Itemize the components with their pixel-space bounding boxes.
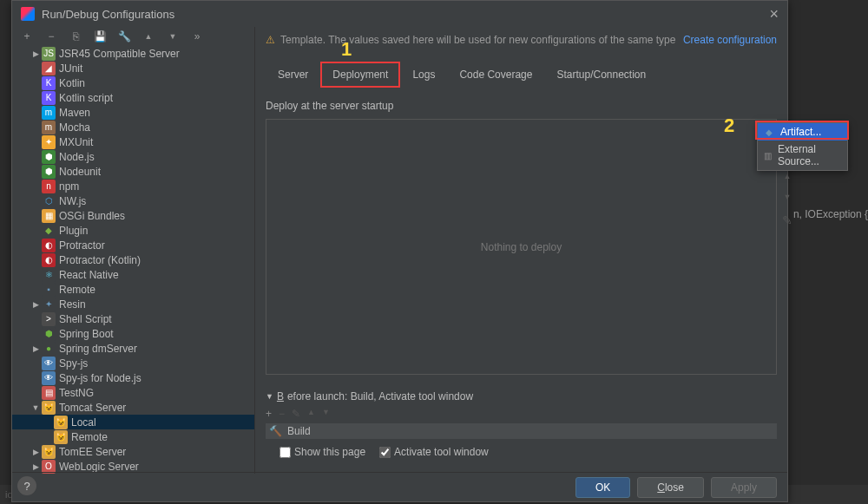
tree-item-resin[interactable]: ▶✦Resin — [12, 297, 254, 311]
tree-item-label: Protractor (Kotlin) — [59, 254, 141, 266]
deploy-list[interactable]: Nothing to deploy + − ▲ ▼ ✎ — [266, 119, 777, 375]
tree-item-node-js[interactable]: ⬢Node.js — [12, 149, 254, 164]
config-type-icon: 👁 — [42, 357, 56, 370]
before-launch-header[interactable]: ▼ Before launch: Build, Activate tool wi… — [266, 390, 777, 403]
dialog-title: Run/Debug Configurations — [42, 8, 769, 21]
config-type-icon: ⬢ — [42, 327, 56, 341]
tree-item-label: npm — [59, 180, 79, 193]
tree-item-label: Nodeunit — [59, 166, 101, 178]
run-debug-configurations-dialog: Run/Debug Configurations × + − ⎘ 💾 🔧 ▲ ▼… — [11, 0, 788, 502]
add-config-button[interactable]: + — [19, 30, 35, 43]
close-icon[interactable]: × — [769, 5, 779, 23]
tree-item-jsr45-compatible-server[interactable]: ▶JSJSR45 Compatible Server — [12, 46, 254, 61]
tree-item-nodeunit[interactable]: ⬢Nodeunit — [12, 164, 254, 179]
tab-code-coverage[interactable]: Code Coverage — [447, 62, 544, 88]
tree-item-protractor-kotlin-[interactable]: ◐Protractor (Kotlin) — [12, 252, 254, 267]
edit-defaults-button[interactable]: 🔧 — [116, 30, 132, 43]
intellij-icon — [21, 7, 35, 21]
tree-item-kotlin-script[interactable]: KKotlin script — [12, 90, 254, 105]
tree-item-mocha[interactable]: mMocha — [12, 120, 254, 134]
tab-logs[interactable]: Logs — [400, 62, 447, 88]
config-type-icon: ⬢ — [42, 150, 56, 164]
tree-item-label: NW.js — [59, 195, 86, 207]
tree-item-spy-js[interactable]: 👁Spy-js — [12, 356, 254, 370]
config-type-icon: 😺 — [54, 430, 68, 444]
tree-item-osgi-bundles[interactable]: ▦OSGi Bundles — [12, 208, 254, 223]
tab-deployment[interactable]: Deployment — [320, 62, 400, 88]
tree-item-testng[interactable]: ▤TestNG — [12, 385, 254, 400]
tree-item-remote[interactable]: 😺Remote — [12, 429, 254, 444]
remove-task-button: − — [279, 408, 285, 420]
config-type-icon: ● — [42, 342, 56, 356]
tree-item-nw-js[interactable]: ⬡NW.js — [12, 193, 254, 208]
tree-item-spring-dmserver[interactable]: ▶●Spring dmServer — [12, 341, 254, 356]
tree-item-label: React Native — [59, 269, 119, 281]
tree-item-label: Tomcat Server — [59, 402, 126, 414]
add-task-button[interactable]: + — [266, 408, 272, 420]
main-panel: ⚠ Template. The values saved here will b… — [255, 27, 787, 474]
tree-item-spring-boot[interactable]: ⬢Spring Boot — [12, 326, 254, 341]
tab-startup-connection[interactable]: Startup/Connection — [544, 62, 658, 88]
show-this-page-checkbox[interactable]: Show this page — [279, 446, 365, 458]
help-button[interactable]: ? — [17, 476, 36, 495]
copy-config-button[interactable]: ⎘ — [68, 30, 83, 43]
activate-tool-window-checkbox[interactable]: Activate tool window — [379, 446, 489, 458]
config-type-icon: ◆ — [42, 224, 56, 238]
tree-item-label: WebLogic Server — [59, 461, 139, 473]
config-type-icon: m — [42, 106, 56, 120]
move-task-down: ▼ — [322, 408, 330, 420]
tree-item-kotlin[interactable]: KKotlin — [12, 75, 254, 90]
artifact-icon: ◆ — [763, 126, 775, 138]
tree-item-tomee-server[interactable]: ▶😺TomEE Server — [12, 444, 254, 459]
tree-item-npm[interactable]: nnpm — [12, 179, 254, 193]
move-up-button[interactable]: ▲ — [141, 32, 156, 41]
config-type-icon: ◐ — [42, 253, 56, 267]
config-type-icon: 😺 — [54, 416, 68, 429]
tree-item-react-native[interactable]: ⚛React Native — [12, 267, 254, 282]
move-down-deployment: ▼ — [779, 193, 795, 201]
tree-item-plugin[interactable]: ◆Plugin — [12, 223, 254, 238]
build-task-item[interactable]: 🔨 Build — [266, 423, 777, 439]
tree-item-label: JUnit — [59, 62, 82, 75]
expand-button[interactable]: » — [189, 30, 205, 43]
tree-item-protractor[interactable]: ◐Protractor — [12, 238, 254, 252]
tree-item-label: Spy-js — [59, 357, 88, 370]
tree-item-label: Kotlin script — [59, 92, 113, 104]
deploy-label: Deploy at the server startup — [266, 100, 777, 112]
before-launch-label: efore launch: Build, Activate tool windo… — [287, 390, 473, 403]
save-config-button[interactable]: 💾 — [92, 30, 108, 43]
cancel-button[interactable]: Close — [637, 477, 704, 498]
move-down-button[interactable]: ▼ — [165, 32, 181, 41]
edit-task-button: ✎ — [292, 408, 300, 420]
tree-item-label: Kotlin — [59, 77, 85, 89]
config-type-icon: ◢ — [42, 62, 56, 75]
tree-item-junit[interactable]: ◢JUnit — [12, 61, 254, 75]
config-type-icon: K — [42, 76, 56, 90]
tree-item-label: Plugin — [59, 225, 88, 237]
add-deployment-popup: ◆ Artifact... ▥ External Source... — [757, 122, 848, 171]
dialog-footer: OK Close Apply — [12, 472, 787, 501]
tree-item-mxunit[interactable]: ✦MXUnit — [12, 134, 254, 149]
tree-item-label: Spring Boot — [59, 328, 114, 340]
tab-server[interactable]: Server — [266, 62, 320, 88]
tree-item-tomcat-server[interactable]: ▼😺Tomcat Server — [12, 400, 254, 415]
remove-config-button[interactable]: − — [43, 30, 59, 43]
tree-item-label: Remote — [59, 284, 95, 296]
tree-item-remote[interactable]: ▪Remote — [12, 282, 254, 297]
tree-item-shell-script[interactable]: >Shell Script — [12, 311, 254, 326]
config-type-icon: ⬡ — [42, 194, 56, 208]
external-source-menu-item[interactable]: ▥ External Source... — [758, 141, 847, 170]
before-launch-tools: + − ✎ ▲ ▼ — [266, 408, 777, 420]
tree-item-spy-js-for-node-js[interactable]: 👁Spy-js for Node.js — [12, 370, 254, 385]
tree-item-label: Mocha — [59, 121, 90, 134]
tree-item-local[interactable]: 😺Local — [12, 415, 254, 429]
tree-item-label: OSGi Bundles — [59, 210, 125, 222]
expand-arrow-icon: ▶ — [30, 344, 42, 353]
tree-item-maven[interactable]: mMaven — [12, 105, 254, 120]
config-type-icon: ▤ — [42, 386, 56, 400]
nothing-to-deploy-text: Nothing to deploy — [481, 241, 562, 253]
ok-button[interactable]: OK — [575, 477, 630, 498]
artifact-menu-item[interactable]: ◆ Artifact... — [758, 123, 847, 141]
config-tree[interactable]: ▶JSJSR45 Compatible Server◢JUnitKKotlinK… — [12, 46, 254, 474]
create-configuration-link[interactable]: Create configuration — [683, 34, 777, 46]
